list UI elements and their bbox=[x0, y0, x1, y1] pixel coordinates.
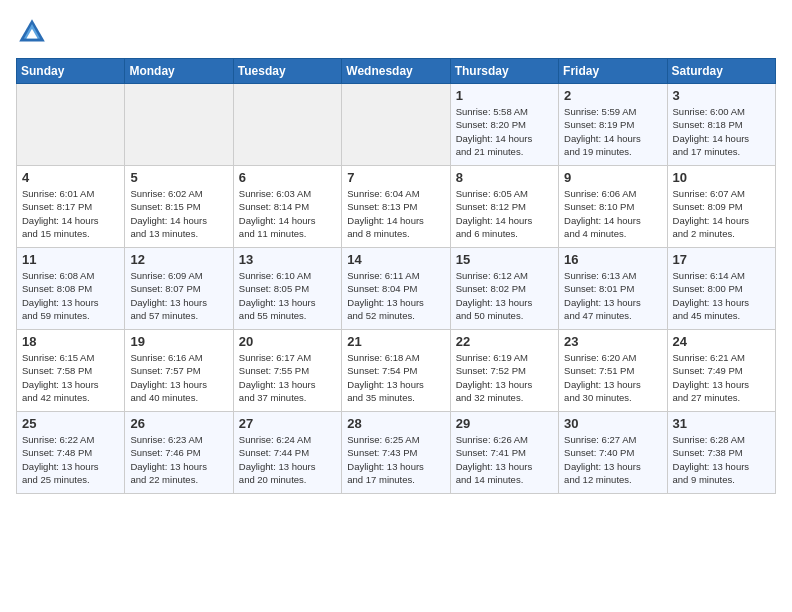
weekday-header-row: SundayMondayTuesdayWednesdayThursdayFrid… bbox=[17, 59, 776, 84]
day-number: 2 bbox=[564, 88, 661, 103]
calendar-week-row: 11Sunrise: 6:08 AM Sunset: 8:08 PM Dayli… bbox=[17, 248, 776, 330]
page-header bbox=[16, 16, 776, 48]
calendar-week-row: 1Sunrise: 5:58 AM Sunset: 8:20 PM Daylig… bbox=[17, 84, 776, 166]
day-content: Sunrise: 6:23 AM Sunset: 7:46 PM Dayligh… bbox=[130, 433, 227, 486]
day-content: Sunrise: 6:07 AM Sunset: 8:09 PM Dayligh… bbox=[673, 187, 770, 240]
day-content: Sunrise: 6:28 AM Sunset: 7:38 PM Dayligh… bbox=[673, 433, 770, 486]
calendar-week-row: 18Sunrise: 6:15 AM Sunset: 7:58 PM Dayli… bbox=[17, 330, 776, 412]
day-number: 9 bbox=[564, 170, 661, 185]
day-number: 10 bbox=[673, 170, 770, 185]
calendar-cell: 31Sunrise: 6:28 AM Sunset: 7:38 PM Dayli… bbox=[667, 412, 775, 494]
calendar-cell: 21Sunrise: 6:18 AM Sunset: 7:54 PM Dayli… bbox=[342, 330, 450, 412]
day-content: Sunrise: 6:17 AM Sunset: 7:55 PM Dayligh… bbox=[239, 351, 336, 404]
day-number: 22 bbox=[456, 334, 553, 349]
calendar-cell: 6Sunrise: 6:03 AM Sunset: 8:14 PM Daylig… bbox=[233, 166, 341, 248]
calendar-week-row: 25Sunrise: 6:22 AM Sunset: 7:48 PM Dayli… bbox=[17, 412, 776, 494]
day-number: 29 bbox=[456, 416, 553, 431]
calendar-cell: 23Sunrise: 6:20 AM Sunset: 7:51 PM Dayli… bbox=[559, 330, 667, 412]
calendar-cell: 17Sunrise: 6:14 AM Sunset: 8:00 PM Dayli… bbox=[667, 248, 775, 330]
calendar-cell: 9Sunrise: 6:06 AM Sunset: 8:10 PM Daylig… bbox=[559, 166, 667, 248]
calendar-cell: 7Sunrise: 6:04 AM Sunset: 8:13 PM Daylig… bbox=[342, 166, 450, 248]
day-number: 18 bbox=[22, 334, 119, 349]
calendar-cell: 10Sunrise: 6:07 AM Sunset: 8:09 PM Dayli… bbox=[667, 166, 775, 248]
day-content: Sunrise: 6:18 AM Sunset: 7:54 PM Dayligh… bbox=[347, 351, 444, 404]
day-number: 7 bbox=[347, 170, 444, 185]
day-number: 8 bbox=[456, 170, 553, 185]
weekday-header-wednesday: Wednesday bbox=[342, 59, 450, 84]
weekday-header-sunday: Sunday bbox=[17, 59, 125, 84]
weekday-header-thursday: Thursday bbox=[450, 59, 558, 84]
day-content: Sunrise: 6:27 AM Sunset: 7:40 PM Dayligh… bbox=[564, 433, 661, 486]
calendar-cell: 28Sunrise: 6:25 AM Sunset: 7:43 PM Dayli… bbox=[342, 412, 450, 494]
weekday-header-tuesday: Tuesday bbox=[233, 59, 341, 84]
calendar-cell: 20Sunrise: 6:17 AM Sunset: 7:55 PM Dayli… bbox=[233, 330, 341, 412]
day-content: Sunrise: 6:15 AM Sunset: 7:58 PM Dayligh… bbox=[22, 351, 119, 404]
logo-icon bbox=[16, 16, 48, 48]
calendar-cell: 5Sunrise: 6:02 AM Sunset: 8:15 PM Daylig… bbox=[125, 166, 233, 248]
calendar-cell: 29Sunrise: 6:26 AM Sunset: 7:41 PM Dayli… bbox=[450, 412, 558, 494]
day-content: Sunrise: 5:58 AM Sunset: 8:20 PM Dayligh… bbox=[456, 105, 553, 158]
day-content: Sunrise: 6:10 AM Sunset: 8:05 PM Dayligh… bbox=[239, 269, 336, 322]
calendar-cell: 26Sunrise: 6:23 AM Sunset: 7:46 PM Dayli… bbox=[125, 412, 233, 494]
day-number: 5 bbox=[130, 170, 227, 185]
day-content: Sunrise: 6:03 AM Sunset: 8:14 PM Dayligh… bbox=[239, 187, 336, 240]
calendar-cell bbox=[125, 84, 233, 166]
day-number: 30 bbox=[564, 416, 661, 431]
calendar-cell: 15Sunrise: 6:12 AM Sunset: 8:02 PM Dayli… bbox=[450, 248, 558, 330]
day-content: Sunrise: 6:02 AM Sunset: 8:15 PM Dayligh… bbox=[130, 187, 227, 240]
calendar-cell: 13Sunrise: 6:10 AM Sunset: 8:05 PM Dayli… bbox=[233, 248, 341, 330]
calendar-cell: 25Sunrise: 6:22 AM Sunset: 7:48 PM Dayli… bbox=[17, 412, 125, 494]
day-content: Sunrise: 6:13 AM Sunset: 8:01 PM Dayligh… bbox=[564, 269, 661, 322]
day-number: 16 bbox=[564, 252, 661, 267]
day-content: Sunrise: 6:04 AM Sunset: 8:13 PM Dayligh… bbox=[347, 187, 444, 240]
calendar-cell: 14Sunrise: 6:11 AM Sunset: 8:04 PM Dayli… bbox=[342, 248, 450, 330]
day-content: Sunrise: 6:20 AM Sunset: 7:51 PM Dayligh… bbox=[564, 351, 661, 404]
day-content: Sunrise: 6:26 AM Sunset: 7:41 PM Dayligh… bbox=[456, 433, 553, 486]
day-number: 31 bbox=[673, 416, 770, 431]
day-number: 25 bbox=[22, 416, 119, 431]
calendar-cell bbox=[233, 84, 341, 166]
day-number: 12 bbox=[130, 252, 227, 267]
calendar-cell: 19Sunrise: 6:16 AM Sunset: 7:57 PM Dayli… bbox=[125, 330, 233, 412]
weekday-header-friday: Friday bbox=[559, 59, 667, 84]
day-content: Sunrise: 5:59 AM Sunset: 8:19 PM Dayligh… bbox=[564, 105, 661, 158]
day-number: 6 bbox=[239, 170, 336, 185]
day-number: 11 bbox=[22, 252, 119, 267]
day-content: Sunrise: 6:22 AM Sunset: 7:48 PM Dayligh… bbox=[22, 433, 119, 486]
calendar-cell: 3Sunrise: 6:00 AM Sunset: 8:18 PM Daylig… bbox=[667, 84, 775, 166]
day-content: Sunrise: 6:25 AM Sunset: 7:43 PM Dayligh… bbox=[347, 433, 444, 486]
calendar-cell bbox=[342, 84, 450, 166]
day-content: Sunrise: 6:21 AM Sunset: 7:49 PM Dayligh… bbox=[673, 351, 770, 404]
day-number: 15 bbox=[456, 252, 553, 267]
day-number: 17 bbox=[673, 252, 770, 267]
day-content: Sunrise: 6:14 AM Sunset: 8:00 PM Dayligh… bbox=[673, 269, 770, 322]
weekday-header-monday: Monday bbox=[125, 59, 233, 84]
day-number: 24 bbox=[673, 334, 770, 349]
day-number: 20 bbox=[239, 334, 336, 349]
calendar-cell: 8Sunrise: 6:05 AM Sunset: 8:12 PM Daylig… bbox=[450, 166, 558, 248]
day-content: Sunrise: 6:08 AM Sunset: 8:08 PM Dayligh… bbox=[22, 269, 119, 322]
day-number: 23 bbox=[564, 334, 661, 349]
day-content: Sunrise: 6:16 AM Sunset: 7:57 PM Dayligh… bbox=[130, 351, 227, 404]
day-number: 3 bbox=[673, 88, 770, 103]
day-content: Sunrise: 6:12 AM Sunset: 8:02 PM Dayligh… bbox=[456, 269, 553, 322]
day-number: 19 bbox=[130, 334, 227, 349]
calendar-cell: 12Sunrise: 6:09 AM Sunset: 8:07 PM Dayli… bbox=[125, 248, 233, 330]
day-number: 26 bbox=[130, 416, 227, 431]
day-content: Sunrise: 6:05 AM Sunset: 8:12 PM Dayligh… bbox=[456, 187, 553, 240]
day-content: Sunrise: 6:09 AM Sunset: 8:07 PM Dayligh… bbox=[130, 269, 227, 322]
calendar-cell: 16Sunrise: 6:13 AM Sunset: 8:01 PM Dayli… bbox=[559, 248, 667, 330]
calendar-cell: 1Sunrise: 5:58 AM Sunset: 8:20 PM Daylig… bbox=[450, 84, 558, 166]
calendar-cell: 18Sunrise: 6:15 AM Sunset: 7:58 PM Dayli… bbox=[17, 330, 125, 412]
day-number: 13 bbox=[239, 252, 336, 267]
calendar-cell: 2Sunrise: 5:59 AM Sunset: 8:19 PM Daylig… bbox=[559, 84, 667, 166]
calendar-cell: 4Sunrise: 6:01 AM Sunset: 8:17 PM Daylig… bbox=[17, 166, 125, 248]
calendar-cell: 30Sunrise: 6:27 AM Sunset: 7:40 PM Dayli… bbox=[559, 412, 667, 494]
calendar-week-row: 4Sunrise: 6:01 AM Sunset: 8:17 PM Daylig… bbox=[17, 166, 776, 248]
day-content: Sunrise: 6:19 AM Sunset: 7:52 PM Dayligh… bbox=[456, 351, 553, 404]
logo bbox=[16, 16, 54, 48]
day-content: Sunrise: 6:06 AM Sunset: 8:10 PM Dayligh… bbox=[564, 187, 661, 240]
day-number: 14 bbox=[347, 252, 444, 267]
calendar-cell: 24Sunrise: 6:21 AM Sunset: 7:49 PM Dayli… bbox=[667, 330, 775, 412]
day-number: 27 bbox=[239, 416, 336, 431]
